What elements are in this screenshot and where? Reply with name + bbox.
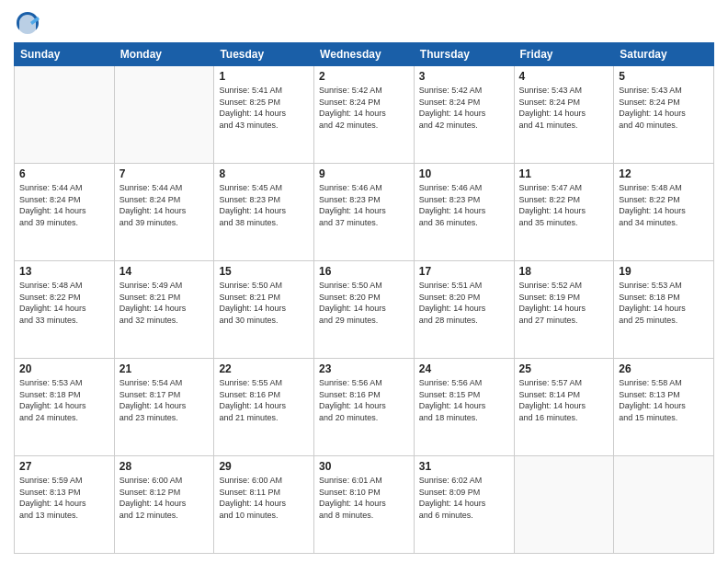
day-info: Sunrise: 6:02 AM Sunset: 8:09 PM Dayligh… (419, 475, 509, 521)
day-info: Sunrise: 6:01 AM Sunset: 8:10 PM Dayligh… (319, 475, 409, 521)
calendar-cell: 12Sunrise: 5:48 AM Sunset: 8:22 PM Dayli… (614, 164, 714, 261)
calendar-cell: 28Sunrise: 6:00 AM Sunset: 8:12 PM Dayli… (114, 456, 214, 554)
weekday-header: Sunday (15, 43, 115, 66)
day-info: Sunrise: 6:00 AM Sunset: 8:12 PM Dayligh… (119, 475, 210, 521)
day-number: 28 (119, 460, 210, 473)
calendar-cell: 25Sunrise: 5:57 AM Sunset: 8:14 PM Dayli… (514, 359, 614, 456)
day-number: 6 (19, 167, 109, 180)
day-number: 16 (319, 265, 409, 278)
day-info: Sunrise: 5:57 AM Sunset: 8:14 PM Dayligh… (519, 377, 609, 423)
weekday-header: Wednesday (314, 43, 415, 66)
day-info: Sunrise: 5:54 AM Sunset: 8:17 PM Dayligh… (119, 377, 210, 423)
day-info: Sunrise: 5:48 AM Sunset: 8:22 PM Dayligh… (19, 280, 109, 326)
day-number: 31 (419, 460, 509, 473)
day-info: Sunrise: 5:55 AM Sunset: 8:16 PM Dayligh… (219, 377, 309, 423)
calendar-week-row: 20Sunrise: 5:53 AM Sunset: 8:18 PM Dayli… (15, 359, 714, 456)
day-number: 26 (619, 362, 709, 375)
day-number: 8 (219, 167, 309, 180)
day-number: 14 (119, 265, 210, 278)
day-number: 1 (219, 70, 309, 83)
day-number: 27 (19, 460, 109, 473)
day-info: Sunrise: 5:52 AM Sunset: 8:19 PM Dayligh… (519, 280, 609, 326)
day-number: 15 (219, 265, 309, 278)
calendar-cell: 27Sunrise: 5:59 AM Sunset: 8:13 PM Dayli… (15, 456, 115, 554)
calendar-week-row: 27Sunrise: 5:59 AM Sunset: 8:13 PM Dayli… (15, 456, 714, 554)
calendar-cell: 19Sunrise: 5:53 AM Sunset: 8:18 PM Dayli… (614, 261, 714, 359)
day-number: 20 (19, 362, 109, 375)
day-info: Sunrise: 5:50 AM Sunset: 8:21 PM Dayligh… (219, 280, 309, 326)
day-number: 22 (219, 362, 309, 375)
calendar-cell: 7Sunrise: 5:44 AM Sunset: 8:24 PM Daylig… (114, 164, 214, 261)
calendar-cell: 9Sunrise: 5:46 AM Sunset: 8:23 PM Daylig… (314, 164, 415, 261)
calendar-cell: 15Sunrise: 5:50 AM Sunset: 8:21 PM Dayli… (214, 261, 314, 359)
calendar-cell: 17Sunrise: 5:51 AM Sunset: 8:20 PM Dayli… (414, 261, 514, 359)
day-info: Sunrise: 5:56 AM Sunset: 8:15 PM Dayligh… (419, 377, 509, 423)
day-number: 24 (419, 362, 509, 375)
calendar-cell: 23Sunrise: 5:56 AM Sunset: 8:16 PM Dayli… (314, 359, 415, 456)
day-info: Sunrise: 5:41 AM Sunset: 8:25 PM Dayligh… (219, 85, 309, 131)
day-number: 29 (219, 460, 309, 473)
day-info: Sunrise: 5:46 AM Sunset: 8:23 PM Dayligh… (319, 182, 409, 228)
calendar-cell (514, 456, 614, 554)
day-info: Sunrise: 5:47 AM Sunset: 8:22 PM Dayligh… (519, 182, 609, 228)
weekday-header: Saturday (614, 43, 714, 66)
weekday-header: Thursday (414, 43, 514, 66)
day-info: Sunrise: 5:56 AM Sunset: 8:16 PM Dayligh… (319, 377, 409, 423)
day-number: 17 (419, 265, 509, 278)
day-info: Sunrise: 5:43 AM Sunset: 8:24 PM Dayligh… (519, 85, 609, 131)
day-info: Sunrise: 5:43 AM Sunset: 8:24 PM Dayligh… (619, 85, 709, 131)
day-number: 12 (619, 167, 709, 180)
day-number: 18 (519, 265, 609, 278)
calendar-header-row: SundayMondayTuesdayWednesdayThursdayFrid… (15, 43, 714, 66)
day-number: 7 (119, 167, 210, 180)
day-info: Sunrise: 5:46 AM Sunset: 8:23 PM Dayligh… (419, 182, 509, 228)
day-info: Sunrise: 5:51 AM Sunset: 8:20 PM Dayligh… (419, 280, 509, 326)
calendar-cell: 1Sunrise: 5:41 AM Sunset: 8:25 PM Daylig… (214, 66, 314, 164)
calendar-cell: 24Sunrise: 5:56 AM Sunset: 8:15 PM Dayli… (414, 359, 514, 456)
calendar-cell: 13Sunrise: 5:48 AM Sunset: 8:22 PM Dayli… (15, 261, 115, 359)
calendar-cell: 3Sunrise: 5:42 AM Sunset: 8:24 PM Daylig… (414, 66, 514, 164)
calendar-cell: 20Sunrise: 5:53 AM Sunset: 8:18 PM Dayli… (15, 359, 115, 456)
day-number: 10 (419, 167, 509, 180)
day-info: Sunrise: 5:48 AM Sunset: 8:22 PM Dayligh… (619, 182, 709, 228)
calendar-cell: 22Sunrise: 5:55 AM Sunset: 8:16 PM Dayli… (214, 359, 314, 456)
calendar-cell (114, 66, 214, 164)
day-info: Sunrise: 5:53 AM Sunset: 8:18 PM Dayligh… (19, 377, 109, 423)
calendar-cell: 6Sunrise: 5:44 AM Sunset: 8:24 PM Daylig… (15, 164, 115, 261)
day-info: Sunrise: 5:59 AM Sunset: 8:13 PM Dayligh… (19, 475, 109, 521)
day-info: Sunrise: 5:44 AM Sunset: 8:24 PM Dayligh… (19, 182, 109, 228)
calendar-cell: 4Sunrise: 5:43 AM Sunset: 8:24 PM Daylig… (514, 66, 614, 164)
day-number: 11 (519, 167, 609, 180)
weekday-header: Monday (114, 43, 214, 66)
day-info: Sunrise: 6:00 AM Sunset: 8:11 PM Dayligh… (219, 475, 309, 521)
day-info: Sunrise: 5:42 AM Sunset: 8:24 PM Dayligh… (419, 85, 509, 131)
day-number: 13 (19, 265, 109, 278)
day-number: 21 (119, 362, 210, 375)
calendar-week-row: 13Sunrise: 5:48 AM Sunset: 8:22 PM Dayli… (15, 261, 714, 359)
calendar-cell: 26Sunrise: 5:58 AM Sunset: 8:13 PM Dayli… (614, 359, 714, 456)
day-number: 3 (419, 70, 509, 83)
day-number: 25 (519, 362, 609, 375)
calendar-week-row: 1Sunrise: 5:41 AM Sunset: 8:25 PM Daylig… (15, 66, 714, 164)
day-number: 4 (519, 70, 609, 83)
weekday-header: Friday (514, 43, 614, 66)
calendar-cell: 29Sunrise: 6:00 AM Sunset: 8:11 PM Dayli… (214, 456, 314, 554)
calendar-cell (15, 66, 115, 164)
calendar-cell: 8Sunrise: 5:45 AM Sunset: 8:23 PM Daylig… (214, 164, 314, 261)
calendar: SundayMondayTuesdayWednesdayThursdayFrid… (14, 42, 714, 554)
logo-icon (14, 9, 41, 37)
day-number: 19 (619, 265, 709, 278)
day-info: Sunrise: 5:50 AM Sunset: 8:20 PM Dayligh… (319, 280, 409, 326)
calendar-cell: 16Sunrise: 5:50 AM Sunset: 8:20 PM Dayli… (314, 261, 415, 359)
calendar-cell: 31Sunrise: 6:02 AM Sunset: 8:09 PM Dayli… (414, 456, 514, 554)
day-info: Sunrise: 5:44 AM Sunset: 8:24 PM Dayligh… (119, 182, 210, 228)
calendar-cell: 10Sunrise: 5:46 AM Sunset: 8:23 PM Dayli… (414, 164, 514, 261)
day-number: 9 (319, 167, 409, 180)
day-number: 30 (319, 460, 409, 473)
calendar-cell (614, 456, 714, 554)
day-info: Sunrise: 5:53 AM Sunset: 8:18 PM Dayligh… (619, 280, 709, 326)
calendar-cell: 5Sunrise: 5:43 AM Sunset: 8:24 PM Daylig… (614, 66, 714, 164)
weekday-header: Tuesday (214, 43, 314, 66)
calendar-cell: 2Sunrise: 5:42 AM Sunset: 8:24 PM Daylig… (314, 66, 415, 164)
calendar-week-row: 6Sunrise: 5:44 AM Sunset: 8:24 PM Daylig… (15, 164, 714, 261)
